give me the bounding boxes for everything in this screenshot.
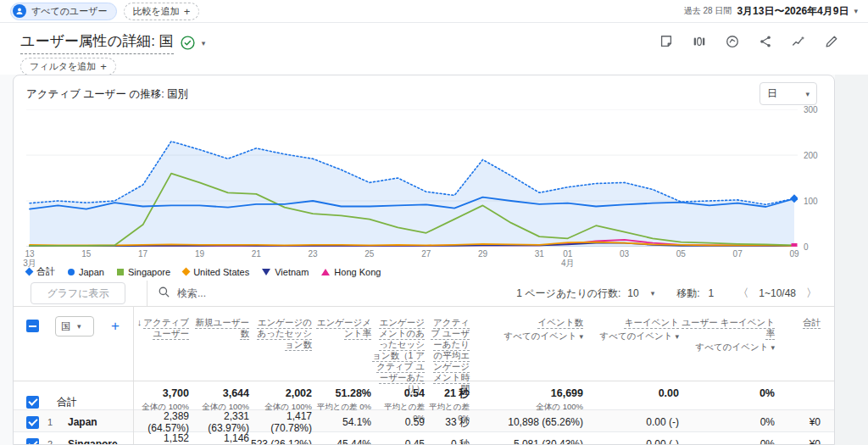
row-country-name: Japan [68, 416, 97, 428]
x-tick-label: 19 [187, 249, 211, 259]
x-tick-label: 27 [415, 249, 438, 259]
row-cell: 0.45 [371, 432, 425, 445]
rows-per-page-value: 10 [627, 287, 638, 299]
legend-item-hong-kong[interactable]: Hong Kong [321, 267, 381, 277]
chevron-right-icon[interactable]: 〉 [804, 286, 819, 301]
x-tick-label: 09 [782, 249, 806, 259]
share-icon[interactable] [758, 34, 773, 49]
row-dimension-cell: 1 Japan [14, 410, 134, 434]
x-tick-label: 03 [613, 249, 637, 259]
row-cell: 10,898 (65.26%) [470, 410, 583, 434]
legend-label: Japan [79, 267, 104, 277]
row-number: 2 [47, 439, 58, 445]
pagination: 1 ページあたりの行数: 10 ▾ 移動: 1 〈 1~10/48 〉 [516, 281, 819, 306]
totals-row: 合計 3,700全体の 100% 3,644全体の 100% 2,002全体の … [14, 381, 834, 409]
y-tick-label: 300 [804, 105, 818, 114]
edit-icon[interactable] [824, 34, 839, 49]
select-all-checkbox[interactable] [26, 320, 39, 332]
search-icon [158, 286, 170, 302]
legend-item-total[interactable]: 合計 [26, 265, 55, 278]
chevron-down-icon: ▾ [651, 289, 655, 298]
legend-item-japan[interactable]: Japan [68, 267, 104, 277]
row-cell: 1,152 (31.14%) [134, 432, 189, 445]
dimension-select[interactable]: 国 ▾ [55, 316, 94, 337]
row-cell: ¥0 [775, 432, 821, 445]
chevron-left-icon[interactable]: 〈 [736, 286, 750, 301]
x-tick-label: 07 [726, 249, 749, 259]
chevron-down-icon: ▾ [854, 7, 858, 15]
y-tick-label: 200 [804, 151, 818, 160]
sort-desc-icon: ↓ [137, 317, 142, 327]
row-cell: 0% [679, 432, 775, 445]
report-header: ユーザー属性の詳細: 国 ▾ フィルタを追加 + [0, 23, 868, 75]
add-column-icon[interactable]: + [111, 318, 120, 335]
chart-plot [26, 109, 798, 247]
report-body: アクティブ ユーザー の推移: 国別 日 ▾ 0100200300 133月15… [0, 75, 868, 445]
row-cell: 33 秒 [425, 410, 470, 434]
table-row: 1 Japan 2,389 (64.57%) 2,331 (63.97%) 1,… [14, 409, 834, 431]
y-tick-label: 100 [804, 197, 818, 206]
all-users-chip[interactable]: すべてのユーザー [10, 3, 117, 20]
goto-value[interactable]: 1 [709, 287, 715, 299]
plus-icon: + [184, 6, 191, 17]
x-tick-label: 014月 [556, 249, 580, 268]
add-filter-label: フィルタを追加 [30, 60, 96, 73]
insights-icon[interactable] [791, 34, 806, 49]
diamond-marker-icon [182, 268, 191, 276]
pagination-range: 1~10/48 [759, 287, 796, 299]
dimension-value: 国 [61, 320, 70, 333]
row-number: 1 [47, 417, 58, 427]
divider [147, 281, 147, 306]
legend-item-singapore[interactable]: Singapore [117, 267, 170, 277]
legend-item-vietnam[interactable]: Vietnam [262, 267, 309, 277]
diamond-marker-icon [25, 268, 34, 276]
legend-label: Vietnam [275, 267, 309, 277]
row-cell: 0 秒 [425, 432, 470, 445]
date-range-selector[interactable]: 過去 28 日間 3月13日〜2026年4月9日 ▾ [684, 4, 858, 19]
triangle-up-marker-icon [321, 269, 330, 275]
y-axis: 0100200300 [804, 109, 832, 250]
row-country-name: Singapore [68, 438, 118, 445]
legend-item-united-states[interactable]: United States [183, 267, 249, 277]
square-marker-icon [117, 269, 124, 275]
note-icon[interactable] [659, 34, 674, 49]
x-tick-label: 17 [131, 249, 155, 259]
audience-bar: すべてのユーザー 比較を追加 + 過去 28 日間 3月13日〜2026年4月9… [0, 0, 868, 23]
trend-chart-section: アクティブ ユーザー の推移: 国別 日 ▾ 0100200300 133月15… [14, 75, 834, 281]
x-tick-label: 25 [358, 249, 381, 259]
row-cell: 0% [679, 410, 775, 434]
circle-marker-icon [68, 269, 75, 275]
legend-label: 合計 [36, 265, 55, 278]
add-comparison-chip[interactable]: 比較を追加 + [124, 3, 200, 20]
chart-legend: 合計 Japan Singapore United States Vietnam… [26, 265, 381, 278]
comparison-icon[interactable] [692, 34, 707, 49]
data-quality-icon[interactable] [725, 34, 740, 49]
row-checkbox[interactable] [26, 416, 39, 429]
x-tick-label: 31 [527, 249, 551, 259]
add-filter-chip[interactable]: フィルタを追加 + [20, 58, 116, 75]
date-range-value: 3月13日〜2026年4月9日 [737, 4, 849, 19]
row-cell: 1,417 (70.78%) [249, 410, 312, 434]
rows-per-page-select[interactable]: 10 ▾ [627, 287, 654, 299]
row-dimension-cell: 2 Singapore [14, 432, 134, 445]
row-cell: 54.1% [312, 410, 371, 434]
legend-label: Hong Kong [334, 267, 381, 277]
legend-label: Singapore [128, 267, 170, 277]
totals-checkbox[interactable] [26, 396, 39, 409]
ga4-report-screen: すべてのユーザー 比較を追加 + 過去 28 日間 3月13日〜2026年4月9… [0, 0, 868, 445]
date-range-prefix: 過去 28 日間 [684, 5, 732, 17]
search-input[interactable] [177, 287, 381, 299]
plus-icon: + [100, 61, 107, 72]
chevron-down-icon: ▾ [805, 90, 810, 98]
show-chart-button[interactable]: グラフに表示 [31, 282, 125, 304]
add-comparison-label: 比較を追加 [133, 5, 180, 18]
row-checkbox[interactable] [26, 438, 39, 445]
x-tick-label: 15 [75, 249, 98, 259]
row-cell: 0.59 [371, 410, 425, 434]
all-users-label: すべてのユーザー [31, 5, 108, 18]
title-menu-chevron-icon[interactable]: ▾ [202, 39, 206, 47]
legend-label: United States [193, 267, 249, 277]
interval-select[interactable]: 日 ▾ [760, 82, 817, 105]
rows-per-page-label: 1 ページあたりの行数: [516, 286, 620, 301]
x-tick-label: 05 [669, 249, 693, 259]
